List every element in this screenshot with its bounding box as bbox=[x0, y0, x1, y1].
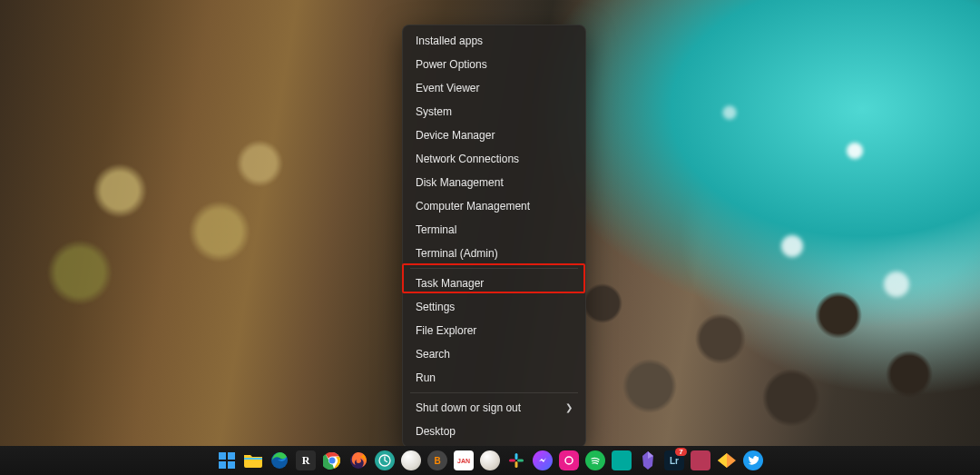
menu-item-power-options[interactable]: Power Options bbox=[403, 53, 585, 76]
menu-item-label: Task Manager bbox=[416, 272, 484, 295]
obsidian-icon[interactable] bbox=[638, 450, 658, 470]
ocean-foam-decoration bbox=[563, 36, 980, 418]
menu-item-settings[interactable]: Settings bbox=[403, 295, 585, 319]
menu-item-desktop[interactable]: Desktop bbox=[403, 420, 585, 443]
menu-item-search[interactable]: Search bbox=[403, 342, 585, 366]
menu-item-installed-apps[interactable]: Installed apps bbox=[403, 29, 585, 53]
svg-rect-12 bbox=[517, 460, 524, 462]
menu-item-task-manager[interactable]: Task Manager bbox=[403, 272, 585, 295]
clock-app-icon[interactable] bbox=[375, 450, 395, 470]
menu-item-label: Power Options bbox=[416, 53, 487, 76]
chevron-right-icon: ❯ bbox=[565, 396, 573, 420]
menu-item-label: Shut down or sign out bbox=[416, 396, 521, 420]
menu-item-label: Installed apps bbox=[416, 29, 483, 53]
menu-item-label: Event Viewer bbox=[416, 76, 479, 100]
twitter-icon[interactable] bbox=[743, 450, 763, 470]
firefox-icon[interactable] bbox=[348, 450, 368, 470]
menu-item-run[interactable]: Run bbox=[403, 366, 585, 390]
menu-separator bbox=[410, 392, 578, 393]
box-app-icon[interactable] bbox=[691, 450, 710, 470]
pink-app-icon[interactable] bbox=[559, 450, 579, 470]
desktop-wallpaper: Installed apps Power Options Event Viewe… bbox=[0, 0, 980, 475]
messenger-icon[interactable] bbox=[533, 450, 553, 470]
hill-grass-decoration bbox=[0, 82, 399, 354]
menu-item-shut-down[interactable]: Shut down or sign out ❯ bbox=[403, 396, 585, 420]
svg-rect-2 bbox=[219, 461, 226, 469]
menu-item-terminal[interactable]: Terminal bbox=[403, 218, 585, 242]
teal-app-icon[interactable] bbox=[612, 450, 632, 470]
menu-item-computer-management[interactable]: Computer Management bbox=[403, 194, 585, 218]
app-letter: JAN bbox=[457, 458, 470, 464]
taskbar: R B JAN Lr 7 bbox=[0, 446, 980, 475]
menu-item-label: Disk Management bbox=[416, 171, 504, 194]
svg-rect-1 bbox=[228, 452, 235, 460]
menu-item-label: Search bbox=[416, 342, 450, 366]
menu-item-label: Settings bbox=[416, 295, 455, 319]
svg-rect-0 bbox=[219, 452, 226, 460]
chrome-icon[interactable] bbox=[322, 450, 342, 470]
menu-item-file-explorer[interactable]: File Explorer bbox=[403, 319, 585, 342]
svg-rect-3 bbox=[228, 461, 235, 469]
file-explorer-icon[interactable] bbox=[243, 450, 263, 470]
edge-icon[interactable] bbox=[270, 450, 289, 470]
winx-context-menu: Installed apps Power Options Event Viewe… bbox=[402, 25, 586, 448]
menu-item-label: System bbox=[416, 100, 452, 124]
menu-item-label: Desktop bbox=[416, 420, 456, 443]
menu-item-event-viewer[interactable]: Event Viewer bbox=[403, 76, 585, 100]
svg-rect-11 bbox=[515, 453, 518, 460]
menu-item-label: File Explorer bbox=[416, 319, 476, 342]
menu-item-label: Terminal bbox=[416, 218, 456, 242]
menu-item-system[interactable]: System bbox=[403, 100, 585, 124]
app-r-icon[interactable]: R bbox=[296, 450, 316, 470]
menu-item-label: Run bbox=[416, 366, 436, 390]
menu-item-label: Device Manager bbox=[416, 124, 495, 147]
svg-point-15 bbox=[565, 457, 573, 464]
menu-item-device-manager[interactable]: Device Manager bbox=[403, 124, 585, 147]
round-app-icon[interactable] bbox=[401, 450, 421, 470]
svg-rect-13 bbox=[515, 461, 518, 468]
slack-icon[interactable] bbox=[506, 450, 526, 470]
start-icon[interactable] bbox=[217, 450, 237, 470]
orange-app-icon[interactable] bbox=[717, 450, 737, 470]
svg-rect-14 bbox=[509, 460, 515, 462]
notification-badge: 7 bbox=[675, 448, 687, 456]
spotify-icon[interactable] bbox=[585, 450, 605, 470]
menu-item-label: Computer Management bbox=[416, 194, 530, 218]
menu-item-disk-management[interactable]: Disk Management bbox=[403, 171, 585, 194]
calendar-icon[interactable]: JAN bbox=[454, 450, 474, 470]
menu-item-terminal-admin[interactable]: Terminal (Admin) bbox=[403, 242, 585, 265]
lightroom-icon[interactable]: Lr 7 bbox=[664, 450, 684, 470]
menu-item-network-connections[interactable]: Network Connections bbox=[403, 147, 585, 171]
menu-separator bbox=[410, 268, 578, 269]
svg-rect-4 bbox=[244, 458, 262, 460]
menu-item-label: Network Connections bbox=[416, 147, 519, 171]
brave-icon[interactable]: B bbox=[427, 450, 447, 470]
round-app-2-icon[interactable] bbox=[480, 450, 500, 470]
app-letter: Lr bbox=[670, 456, 679, 466]
app-letter: R bbox=[302, 454, 310, 468]
app-letter: B bbox=[434, 456, 440, 466]
menu-item-label: Terminal (Admin) bbox=[416, 242, 498, 265]
